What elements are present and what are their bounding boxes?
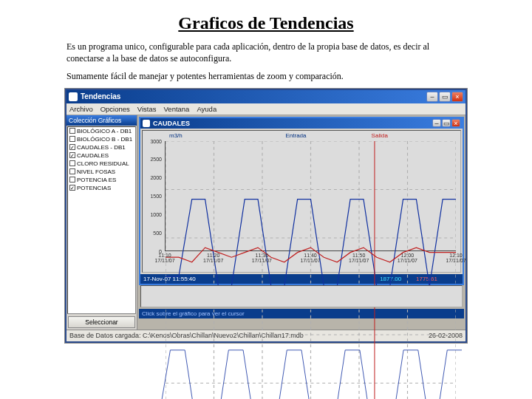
titlebar[interactable]: Tendencias – ▭ × bbox=[66, 90, 466, 103]
x-axis-ticks: 11:1017/11/0711:2017/11/0711:3017/11/071… bbox=[165, 253, 456, 269]
page-desc-2: Sumamente fácil de manejar y potentes he… bbox=[66, 70, 466, 82]
tree-item[interactable]: BIOLÓGICO B - DB1 bbox=[68, 135, 135, 143]
checkbox-icon[interactable]: ✓ bbox=[69, 185, 75, 191]
tree-item[interactable]: NIVEL FOSAS bbox=[68, 168, 135, 176]
page-title: Graficos de Tendencias bbox=[22, 13, 510, 33]
chart-area[interactable]: m3/h Entrada Salida 05001000150020002500… bbox=[142, 130, 461, 273]
y-tick-label: 3000 bbox=[150, 138, 162, 143]
chart-titlebar[interactable]: CAUDALES – ▭ × bbox=[140, 118, 463, 129]
tree-item-label: POTENCIA ES bbox=[77, 177, 116, 183]
tree-item-label: POTENCIAS bbox=[77, 185, 111, 191]
tree-item[interactable]: CLORO RESIDUAL bbox=[68, 160, 135, 168]
chart-minimize-button[interactable]: – bbox=[432, 119, 441, 127]
overview-strip[interactable]: 17/11/0717/11/0717/11/0717/11/0717/11/07… bbox=[140, 285, 463, 307]
y-tick-label: 500 bbox=[153, 230, 162, 235]
x-tick-label: 11:4017/11/07 bbox=[300, 253, 320, 264]
page-desc-1: Es un programa unico, configurable para … bbox=[66, 41, 466, 64]
tree-item-label: CLORO RESIDUAL bbox=[77, 160, 129, 167]
tree-item[interactable]: POTENCIA ES bbox=[68, 176, 135, 184]
chart-maximize-button[interactable]: ▭ bbox=[442, 119, 451, 127]
graphics-tree: BIOLÓGICO A - DB1BIOLÓGICO B - DB1✓CAUDA… bbox=[67, 126, 136, 314]
x-tick-label: 11:3017/11/07 bbox=[252, 253, 272, 264]
tree-item-label: CAUDALES bbox=[77, 152, 109, 159]
minimize-button[interactable]: – bbox=[426, 92, 438, 102]
x-tick-label: 12:0017/11/07 bbox=[398, 253, 417, 264]
checkbox-icon[interactable] bbox=[69, 177, 75, 183]
sidebar-title: Colección Gráficos bbox=[66, 115, 137, 126]
sidebar: Colección Gráficos BIOLÓGICO A - DB1BIOL… bbox=[66, 115, 137, 330]
main-area: CAUDALES – ▭ × m3/h Entrada Salida bbox=[137, 115, 466, 330]
app-window: Tendencias – ▭ × Archivo Opciones Vistas… bbox=[65, 89, 467, 343]
chart-ylabel: m3/h bbox=[169, 132, 183, 139]
checkbox-icon[interactable] bbox=[69, 128, 75, 134]
chart-close-button[interactable]: × bbox=[451, 119, 460, 127]
x-tick-label: 12:1017/11/07 bbox=[446, 253, 466, 264]
close-button[interactable]: × bbox=[451, 92, 463, 102]
menu-vistas[interactable]: Vistas bbox=[137, 105, 157, 113]
app-icon bbox=[69, 92, 78, 101]
y-tick-label: 2500 bbox=[150, 157, 162, 162]
chart-window-title: CAUDALES bbox=[153, 120, 432, 127]
menubar: Archivo Opciones Vistas Ventana Ayuda bbox=[66, 103, 466, 115]
tree-item-label: CAUDALES - DB1 bbox=[77, 144, 126, 151]
x-tick-label: 11:1017/11/07 bbox=[154, 253, 174, 264]
legend-salida: Salida bbox=[372, 132, 388, 139]
checkbox-icon[interactable]: ✓ bbox=[69, 152, 75, 158]
chart-window-icon bbox=[143, 120, 150, 127]
checkbox-icon[interactable] bbox=[69, 168, 75, 174]
menu-archivo[interactable]: Archivo bbox=[69, 105, 93, 113]
tree-item[interactable]: ✓CAUDALES - DB1 bbox=[68, 143, 135, 151]
overview-svg: 17/11/0717/11/0717/11/0717/11/0717/11/07… bbox=[141, 286, 462, 399]
chart-window: CAUDALES – ▭ × m3/h Entrada Salida bbox=[139, 117, 464, 285]
select-button[interactable]: Seleccionar bbox=[68, 316, 135, 328]
checkbox-icon[interactable]: ✓ bbox=[69, 144, 75, 150]
y-tick-label: 1500 bbox=[150, 194, 162, 199]
menu-opciones[interactable]: Opciones bbox=[100, 105, 130, 113]
tree-item[interactable]: ✓POTENCIAS bbox=[68, 184, 135, 192]
window-title: Tendencias bbox=[81, 92, 426, 100]
x-tick-label: 11:5017/11/07 bbox=[349, 253, 369, 264]
tree-item[interactable]: BIOLÓGICO A - DB1 bbox=[68, 127, 135, 135]
tree-item[interactable]: ✓CAUDALES bbox=[68, 151, 135, 160]
y-axis-ticks: 050010001500200025003000 bbox=[143, 141, 163, 251]
menu-ventana[interactable]: Ventana bbox=[164, 105, 190, 113]
y-tick-label: 1000 bbox=[150, 211, 162, 216]
tree-item-label: BIOLÓGICO B - DB1 bbox=[77, 136, 132, 143]
maximize-button[interactable]: ▭ bbox=[439, 92, 451, 102]
checkbox-icon[interactable] bbox=[69, 136, 75, 142]
checkbox-icon[interactable] bbox=[69, 160, 75, 166]
menu-ayuda[interactable]: Ayuda bbox=[197, 105, 216, 113]
y-tick-label: 2000 bbox=[150, 175, 162, 180]
x-tick-label: 11:2017/11/07 bbox=[203, 253, 223, 264]
tree-item-label: BIOLÓGICO A - DB1 bbox=[77, 128, 132, 134]
plot-canvas[interactable] bbox=[165, 141, 456, 251]
legend-entrada: Entrada bbox=[286, 132, 307, 139]
tree-item-label: NIVEL FOSAS bbox=[77, 168, 115, 175]
